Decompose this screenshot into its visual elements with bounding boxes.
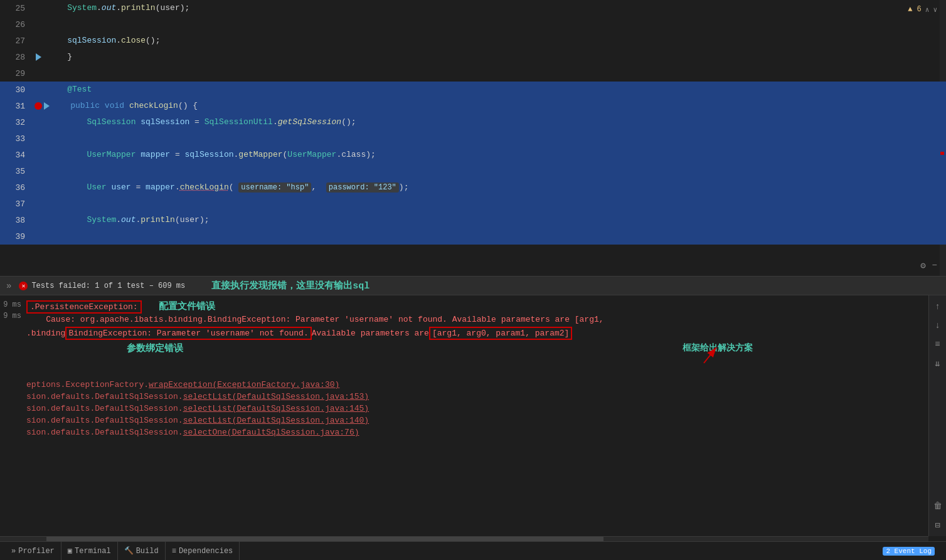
- bottom-toolbar: » ✕ Tests failed: 1 of 1 test – 609 ms 直…: [0, 277, 946, 295]
- line-content-25: System.out.println(user);: [44, 0, 946, 16]
- annotation-arrow-svg: [26, 341, 928, 379]
- gear-icon[interactable]: ⚙: [920, 260, 925, 271]
- line-content-34: UserMapper mapper = sqlSession.getMapper…: [44, 147, 946, 163]
- binding-exception-box: BindingException: Parameter 'username' n…: [65, 327, 311, 340]
- build-label: Build: [136, 547, 159, 556]
- minus-icon[interactable]: −: [932, 260, 937, 271]
- bookmark-icon-31: [44, 102, 50, 110]
- test-error-icon: ✕: [19, 282, 28, 290]
- code-line-29: 29: [0, 65, 946, 82]
- test-status: ✕ Tests failed: 1 of 1 test – 609 ms: [19, 282, 185, 290]
- code-line-39: 39: [0, 228, 946, 245]
- horizontal-scrollbar-thumb[interactable]: [46, 537, 603, 541]
- code-lines: 25 System.out.println(user); 26 27 sqlSe…: [0, 0, 946, 245]
- build-icon: 🔨: [124, 546, 134, 556]
- stack-line-3: sion.defaults.DefaultSqlSession.selectLi…: [26, 403, 928, 415]
- right-icons-panel: ↑ ↓ ≡ ⇊ 🗑 ⊟: [928, 295, 946, 536]
- annotation-config-error: 配置文件错误: [159, 302, 215, 312]
- bookmark-icon: [36, 53, 41, 61]
- sort-icon[interactable]: ⇊: [932, 357, 944, 369]
- line-content-36: User user = mapper.checkLogin( username:…: [44, 179, 946, 196]
- persistence-exception-box: .PersistenceException:: [26, 300, 142, 314]
- breakpoint-icon: [35, 102, 42, 110]
- line-content-26: [44, 16, 946, 33]
- test-status-text: Tests failed: 1 of 1 test – 609 ms: [31, 282, 185, 290]
- console-area: 9 ms 9 ms .PersistenceException: 配置文件错误 …: [0, 295, 946, 536]
- param-list-box: [arg1, arg0, param1, param2]: [429, 327, 572, 340]
- code-line-34: 34 UserMapper mapper = sqlSession.getMap…: [0, 147, 946, 163]
- line-content-30: @Test: [44, 82, 946, 98]
- gutter-28: [31, 53, 44, 61]
- line-content-35: [44, 163, 946, 179]
- code-line-37: 37: [0, 196, 946, 212]
- line-content-39: [44, 228, 946, 245]
- status-dependencies[interactable]: ≡ Dependencies: [166, 542, 240, 560]
- scroll-up-icon[interactable]: ↑: [932, 300, 944, 313]
- gutter-31: [31, 102, 44, 110]
- dependencies-icon: ≡: [172, 547, 176, 556]
- status-profiler[interactable]: » Profiler: [5, 542, 61, 560]
- stack-line-2: sion.defaults.DefaultSqlSession.selectLi…: [26, 391, 928, 403]
- code-line-26: 26: [0, 16, 946, 33]
- clear-console-icon[interactable]: 🗑: [932, 500, 944, 512]
- code-line-31: 31 public void checkLogin() {: [0, 98, 946, 114]
- svg-line-1: [704, 347, 716, 363]
- horizontal-scrollbar[interactable]: [0, 536, 928, 541]
- code-line-28: 28 }: [0, 49, 946, 65]
- line-content-27: sqlSession.close();: [44, 33, 946, 49]
- stack-line-5: sion.defaults.DefaultSqlSession.selectOn…: [26, 426, 928, 438]
- stack-line-1: eptions.ExceptionFactory.wrapException(E…: [26, 379, 928, 391]
- annotation-area: 参数绑定错误 框架给出解决方案: [26, 341, 928, 379]
- code-line-36: 36 User user = mapper.checkLogin( userna…: [0, 179, 946, 196]
- code-line-33: 33: [0, 130, 946, 147]
- annotation-no-sql: 直接执行发现报错，这里没有输出sql: [211, 280, 369, 292]
- scrollbar-error-marker: [940, 152, 944, 155]
- line-content-29: [44, 65, 946, 82]
- line-content-37: [44, 196, 946, 212]
- line-content-33: [44, 130, 946, 147]
- profiler-label: Profiler: [18, 547, 55, 556]
- stack-line-4: sion.defaults.DefaultSqlSession.selectLi…: [26, 415, 928, 426]
- binding-line: .binding BindingException: Parameter 'us…: [26, 325, 928, 341]
- console-output[interactable]: 9 ms 9 ms .PersistenceException: 配置文件错误 …: [0, 295, 928, 536]
- line-content-31: public void checkLogin() {: [51, 98, 946, 114]
- code-line-25: 25 System.out.println(user);: [0, 0, 946, 16]
- scroll-down-icon[interactable]: ↓: [932, 319, 944, 332]
- event-log-badge[interactable]: 2 Event Log: [883, 547, 935, 556]
- line-content-38: System.out.println(user);: [44, 212, 946, 228]
- status-build[interactable]: 🔨 Build: [118, 542, 166, 560]
- persistence-exception-line: .PersistenceException: 配置文件错误: [26, 299, 928, 314]
- status-bar: » Profiler ▣ Terminal 🔨 Build ≡ Dependen…: [0, 541, 946, 560]
- panel-collapse-btn[interactable]: »: [6, 281, 11, 291]
- code-line-35: 35: [0, 163, 946, 179]
- terminal-icon: ▣: [68, 546, 72, 556]
- code-line-38: 38 System.out.println(user);: [0, 212, 946, 228]
- close-panel-icon[interactable]: ⊟: [932, 519, 944, 531]
- cause-line: Cause: org.apache.ibatis.binding.Binding…: [26, 314, 928, 325]
- bottom-panel: » ✕ Tests failed: 1 of 1 test – 609 ms 直…: [0, 276, 946, 541]
- code-line-32: 32 SqlSession sqlSession = SqlSessionUti…: [0, 114, 946, 130]
- console-block-1: 9 ms 9 ms .PersistenceException: 配置文件错误 …: [0, 299, 928, 438]
- dependencies-label: Dependencies: [179, 547, 233, 556]
- code-line-30: 30 @Test: [0, 82, 946, 98]
- code-editor: ▲ 6 ∧ ∨ ⚙ − 25 System.out.println(user);…: [0, 0, 946, 276]
- line-content-32: SqlSession sqlSession = SqlSessionUtil.g…: [44, 114, 946, 130]
- status-terminal[interactable]: ▣ Terminal: [61, 542, 118, 560]
- event-log-area: 2 Event Log: [883, 547, 941, 556]
- profiler-icon: »: [11, 547, 16, 556]
- terminal-label: Terminal: [75, 547, 111, 556]
- line-content-28: }: [44, 49, 946, 65]
- wrap-lines-icon[interactable]: ≡: [932, 338, 944, 351]
- code-line-27: 27 sqlSession.close();: [0, 33, 946, 49]
- editor-controls: ⚙ −: [920, 260, 937, 271]
